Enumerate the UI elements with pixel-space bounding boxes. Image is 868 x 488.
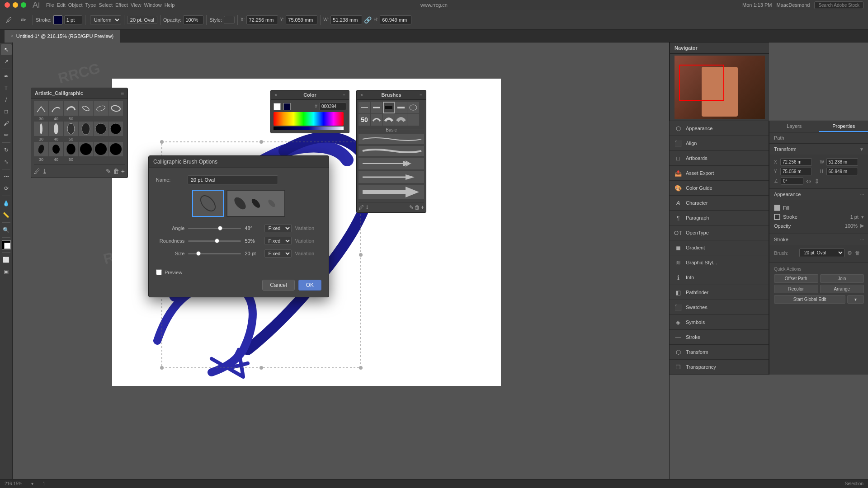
menu-file[interactable]: File <box>46 2 54 8</box>
angle-input[interactable] <box>781 177 803 185</box>
properties-tab[interactable]: Properties <box>819 121 868 132</box>
brush-cell[interactable] <box>64 142 78 156</box>
brush-footer-icon[interactable]: ✎ <box>106 168 111 175</box>
menu-object[interactable]: Object <box>68 2 83 8</box>
angle-thumb[interactable] <box>218 226 222 230</box>
menu-effect[interactable]: Effect <box>115 2 128 8</box>
menu-select[interactable]: Select <box>99 2 113 8</box>
blend-tool[interactable]: ⟳ <box>1 183 12 194</box>
arrange-button[interactable]: Arrange <box>820 285 864 293</box>
brush-cell[interactable] <box>34 101 48 116</box>
flip-v-icon[interactable]: ⇕ <box>814 178 820 185</box>
pencil-tool[interactable]: ✏ <box>1 130 12 141</box>
paragraph-panel-item[interactable]: ¶ Paragraph <box>670 211 769 225</box>
transform-x-input[interactable] <box>780 158 812 166</box>
brush-item[interactable]: 50 <box>359 114 370 126</box>
size-slider[interactable] <box>188 253 241 254</box>
brush-stroke-item[interactable] <box>359 134 424 144</box>
brush-item[interactable] <box>395 114 407 126</box>
transform-section-header[interactable]: Transform ▼ <box>769 144 868 155</box>
brush-item[interactable] <box>383 102 395 113</box>
graphic-styles-panel-item[interactable]: ≋ Graphic Styl... <box>670 255 769 270</box>
dialog-header[interactable]: Calligraphic Brush Options <box>149 156 329 168</box>
link-icon[interactable]: 🔗 <box>364 16 372 23</box>
pencil-tool-icon[interactable]: ✏ <box>17 14 30 26</box>
appearance-menu[interactable]: ··· <box>860 192 864 197</box>
brush-options-icon[interactable]: ⚙ <box>847 250 852 256</box>
minimize-button[interactable] <box>13 2 18 8</box>
brushes-footer-icon[interactable]: 🗑 <box>415 204 420 211</box>
appearance-panel-item[interactable]: ⬡ Appearance <box>670 121 769 136</box>
transform-panel-item[interactable]: ⬡ Transform <box>670 345 769 360</box>
brush-cell[interactable] <box>49 122 63 136</box>
preview-checkbox[interactable] <box>156 269 162 275</box>
character-panel-item[interactable]: A Character <box>670 196 769 211</box>
brush-footer-icon[interactable]: ⤓ <box>42 168 47 175</box>
roundness-slider[interactable] <box>188 240 241 242</box>
brush-footer-icon[interactable]: 🖊 <box>34 168 40 175</box>
dialog-name-input[interactable] <box>188 175 278 184</box>
brush-cell[interactable] <box>64 101 78 116</box>
artboards-panel-item[interactable]: □ Artboards <box>670 151 769 166</box>
brush-cell[interactable] <box>108 142 123 156</box>
navigator-viewport-rect[interactable] <box>679 65 724 101</box>
brush-panel-menu[interactable]: ≡ <box>121 90 124 96</box>
rotate-tool[interactable]: ↻ <box>1 145 12 155</box>
global-edit-arrow[interactable]: ▾ <box>847 295 864 304</box>
search-stock[interactable]: Search Adobe Stock <box>814 1 863 9</box>
type-tool[interactable]: T <box>1 83 12 94</box>
angle-type-dropdown[interactable]: FixedRandomPressure <box>264 224 292 232</box>
zoom-tool[interactable]: 🔍 <box>1 225 12 235</box>
brush-item[interactable] <box>395 102 407 113</box>
brushes-footer-icon[interactable]: 🖊 <box>359 204 364 211</box>
color-guide-panel-item[interactable]: 🎨 Color Guide <box>670 181 769 196</box>
warp-tool[interactable]: 〜 <box>1 171 12 182</box>
zoom-dropdown[interactable]: ▾ <box>31 481 33 486</box>
brush-item[interactable] <box>407 114 419 126</box>
flip-h-icon[interactable]: ⇔ <box>806 178 811 185</box>
hex-input[interactable] <box>319 103 346 110</box>
measure-tool[interactable]: 📏 <box>1 210 12 221</box>
brush-name-dropdown[interactable]: 20 pt. Oval <box>799 249 844 257</box>
zoom-level[interactable]: 216.15% <box>5 481 22 486</box>
opentype-panel-item[interactable]: OT OpenType <box>670 225 769 240</box>
pen-tool[interactable]: ✒ <box>1 71 12 82</box>
swatches-panel-item[interactable]: ⬛ Swatches <box>670 300 769 315</box>
brush-item[interactable] <box>407 102 419 113</box>
brush-item[interactable] <box>383 114 395 126</box>
x-coord-input[interactable] <box>246 15 278 24</box>
angle-slider[interactable] <box>188 228 241 229</box>
brush-cell[interactable] <box>94 122 108 136</box>
stroke-menu[interactable]: ··· <box>860 237 864 242</box>
brush-cell[interactable] <box>79 122 93 136</box>
brush-cell[interactable] <box>108 101 123 116</box>
roundness-type-dropdown[interactable]: FixedRandomPressure <box>264 237 292 245</box>
brushes-panel-header[interactable]: × Brushes ≡ <box>357 90 426 100</box>
brush-panel-header[interactable]: Artistic_Calligraphic ≡ <box>31 88 127 99</box>
canvas-area[interactable]: RRCG 人人素材 RRCG 人人素材 RRCG 人人素材 RRCG <box>13 42 669 479</box>
close-button[interactable] <box>5 2 10 8</box>
brush-cell[interactable] <box>49 142 63 156</box>
offset-path-button[interactable]: Offset Path <box>774 274 818 283</box>
rectangle-tool[interactable]: □ <box>1 106 12 117</box>
transform-y-input[interactable] <box>780 168 812 175</box>
align-panel-item[interactable]: ⬛ Align <box>670 136 769 151</box>
drawing-mode[interactable]: ⬜ <box>1 254 12 265</box>
brush-tool-icon[interactable]: 🖊 <box>3 14 15 26</box>
opacity-arrow[interactable]: ▶ <box>860 223 864 229</box>
fill-color-box[interactable] <box>2 240 11 249</box>
transform-w-input[interactable] <box>826 158 858 166</box>
symbols-panel-item[interactable]: ◈ Symbols <box>670 315 769 330</box>
info-panel-item[interactable]: ℹ Info <box>670 270 769 285</box>
maximize-button[interactable] <box>21 2 26 8</box>
brush-footer-icon[interactable]: + <box>121 168 125 175</box>
scale-tool[interactable]: ⤡ <box>1 156 12 167</box>
document-tab[interactable]: × Untitled-1* @ 216.15% (RGB/GPU Preview… <box>5 30 120 42</box>
paintbrush-tool[interactable]: 🖌 <box>1 118 12 129</box>
brush-cell[interactable] <box>64 122 78 136</box>
selection-tool[interactable]: ↖ <box>1 44 12 55</box>
preview-checkbox-label[interactable]: Preview <box>165 270 182 275</box>
transform-h-input[interactable] <box>826 168 858 175</box>
color-spectrum[interactable] <box>274 112 344 126</box>
cancel-button[interactable]: Cancel <box>262 280 294 291</box>
